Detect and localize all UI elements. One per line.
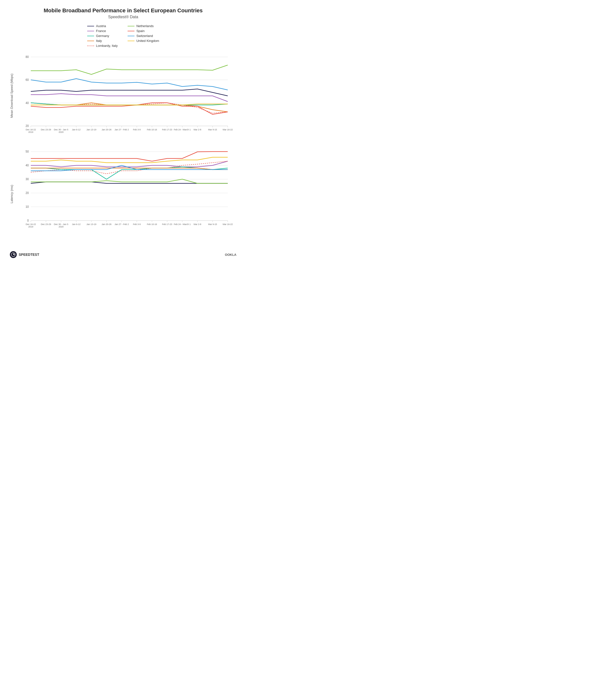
svg-text:2019: 2019 bbox=[28, 131, 33, 133]
svg-text:20: 20 bbox=[26, 124, 29, 128]
svg-text:40: 40 bbox=[26, 164, 29, 167]
svg-text:30: 30 bbox=[26, 177, 29, 181]
svg-text:Feb 3-9: Feb 3-9 bbox=[133, 223, 141, 225]
svg-text:10: 10 bbox=[26, 205, 29, 208]
svg-text:20: 20 bbox=[26, 191, 29, 195]
svg-text:Jan 13-19: Jan 13-19 bbox=[86, 223, 96, 225]
svg-text:40: 40 bbox=[26, 101, 29, 105]
svg-text:Jan 20-26: Jan 20-26 bbox=[101, 128, 111, 131]
ookla-logo: OOKLA bbox=[225, 253, 237, 256]
svg-text:Feb 10-16: Feb 10-16 bbox=[147, 128, 157, 131]
legend-switzerland-label: Switzerland bbox=[136, 34, 153, 38]
svg-text:Feb 3-9: Feb 3-9 bbox=[133, 128, 141, 131]
y-axis-label-latency: Latency (ms) bbox=[10, 147, 17, 241]
page-footer: SPEEDTEST OOKLA bbox=[10, 249, 237, 258]
speedtest-text: SPEEDTEST bbox=[19, 253, 39, 256]
svg-text:80: 80 bbox=[26, 55, 29, 59]
legend-germany: Germany bbox=[87, 34, 118, 38]
svg-text:Jan 20-26: Jan 20-26 bbox=[101, 223, 111, 225]
svg-text:Dec 16-22: Dec 16-22 bbox=[26, 128, 36, 131]
svg-text:Dec 16-22: Dec 16-22 bbox=[26, 223, 36, 225]
svg-text:Feb 10-16: Feb 10-16 bbox=[147, 223, 157, 225]
svg-text:Jan 6-12: Jan 6-12 bbox=[72, 223, 81, 225]
legend-france-label: France bbox=[96, 29, 106, 33]
legend-switzerland: Switzerland bbox=[128, 34, 159, 38]
chart-legend: Austria France Germany Italy Lombardy, I… bbox=[10, 24, 237, 48]
ookla-text: OOKLA bbox=[225, 253, 237, 256]
legend-netherlands: Netherlands bbox=[128, 24, 159, 28]
svg-text:2020: 2020 bbox=[59, 131, 64, 133]
page-title: Mobile Broadband Performance in Select E… bbox=[10, 7, 237, 14]
legend-austria-label: Austria bbox=[96, 24, 106, 28]
legend-col-2: Netherlands Spain Switzerland United Kin… bbox=[128, 24, 159, 48]
svg-text:Jan 27 - Feb 2: Jan 27 - Feb 2 bbox=[115, 223, 129, 225]
svg-text:Mar 9-15: Mar 9-15 bbox=[208, 128, 217, 131]
legend-col-1: Austria France Germany Italy Lombardy, I… bbox=[87, 24, 118, 48]
legend-italy: Italy bbox=[87, 39, 118, 43]
svg-text:2019: 2019 bbox=[28, 225, 33, 228]
page-wrapper: Mobile Broadband Performance in Select E… bbox=[10, 7, 237, 258]
svg-text:50: 50 bbox=[26, 150, 29, 153]
svg-text:60: 60 bbox=[26, 78, 29, 82]
svg-text:Feb 17-23: Feb 17-23 bbox=[162, 223, 172, 225]
svg-text:Dec 30 - Jan 5: Dec 30 - Jan 5 bbox=[54, 223, 68, 225]
legend-germany-label: Germany bbox=[96, 34, 109, 38]
svg-text:Dec 23-29: Dec 23-29 bbox=[41, 128, 51, 131]
svg-text:Jan 13-19: Jan 13-19 bbox=[86, 128, 96, 131]
latency-chart-container: Latency (ms) 50 40 30 20 10 0 bbox=[10, 147, 237, 241]
download-chart-container: Mean Download Speed (Mbps) 80 60 40 20 bbox=[10, 52, 237, 139]
svg-text:Jan 27 - Feb 2: Jan 27 - Feb 2 bbox=[115, 128, 129, 131]
svg-text:Mar 2-8: Mar 2-8 bbox=[194, 128, 201, 131]
svg-text:Mar 9-15: Mar 9-15 bbox=[208, 223, 217, 225]
svg-text:2020: 2020 bbox=[59, 225, 64, 228]
legend-uk-label: United Kingdom bbox=[136, 39, 159, 43]
legend-spain: Spain bbox=[128, 29, 159, 33]
download-chart-svg: 80 60 40 20 bbox=[17, 52, 237, 138]
legend-netherlands-label: Netherlands bbox=[136, 24, 154, 28]
legend-lombardy: Lombardy, Italy bbox=[87, 44, 118, 48]
svg-text:Mar 2-8: Mar 2-8 bbox=[194, 223, 201, 225]
svg-text:Feb 24 - March 1: Feb 24 - March 1 bbox=[174, 128, 191, 131]
latency-chart-svg: 50 40 30 20 10 0 bbox=[17, 147, 237, 240]
legend-italy-label: Italy bbox=[96, 39, 102, 43]
legend-uk: United Kingdom bbox=[128, 39, 159, 43]
speedtest-logo-icon bbox=[10, 251, 17, 258]
legend-lombardy-label: Lombardy, Italy bbox=[96, 44, 118, 48]
svg-text:Dec 23-29: Dec 23-29 bbox=[41, 223, 51, 225]
svg-text:Dec 30 - Jan 5: Dec 30 - Jan 5 bbox=[54, 128, 68, 131]
svg-text:Mar 16-22: Mar 16-22 bbox=[223, 128, 233, 131]
download-chart-area: 80 60 40 20 bbox=[17, 52, 237, 139]
legend-spain-label: Spain bbox=[136, 29, 145, 33]
page-subtitle: Speedtest® Data bbox=[10, 15, 237, 19]
y-axis-label-download: Mean Download Speed (Mbps) bbox=[10, 52, 17, 139]
svg-text:Mar 16-22: Mar 16-22 bbox=[223, 223, 233, 225]
speedtest-logo: SPEEDTEST bbox=[10, 251, 39, 258]
svg-text:0: 0 bbox=[27, 219, 29, 222]
svg-text:Feb 24 - March 1: Feb 24 - March 1 bbox=[174, 223, 191, 225]
svg-text:Jan 6-12: Jan 6-12 bbox=[72, 128, 81, 131]
legend-france: France bbox=[87, 29, 118, 33]
legend-austria: Austria bbox=[87, 24, 118, 28]
svg-text:Feb 17-23: Feb 17-23 bbox=[162, 128, 172, 131]
latency-chart-area: 50 40 30 20 10 0 bbox=[17, 147, 237, 241]
